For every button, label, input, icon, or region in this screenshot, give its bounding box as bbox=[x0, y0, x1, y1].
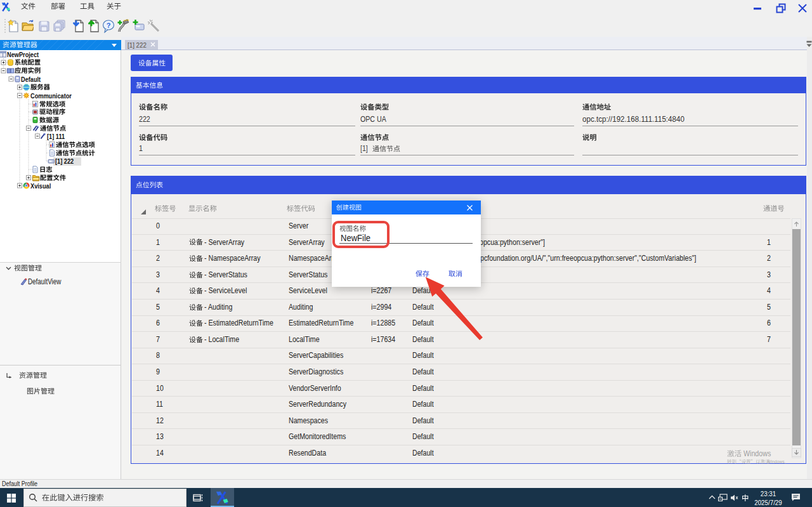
svg-text:?: ? bbox=[107, 22, 111, 29]
